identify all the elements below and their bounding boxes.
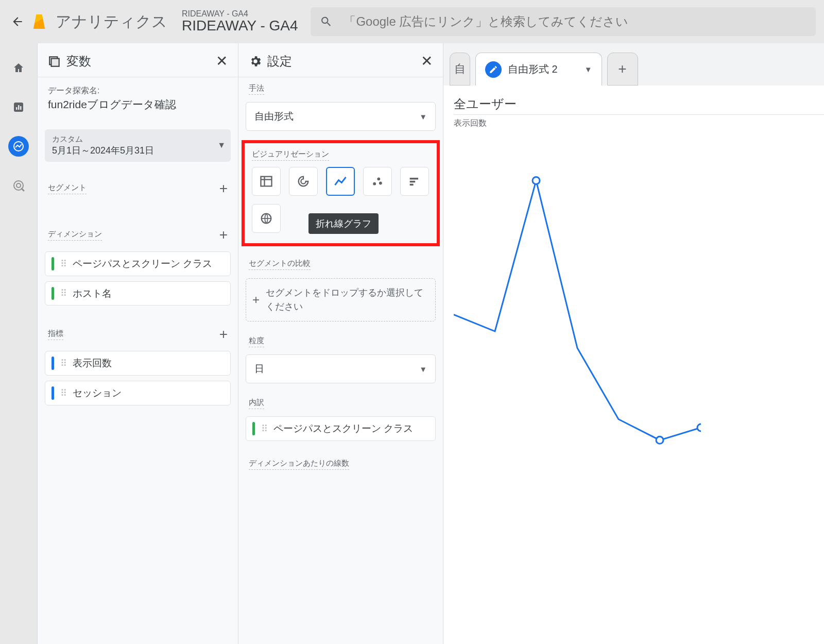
metrics-label: 指標	[48, 329, 63, 340]
back-button[interactable]	[8, 12, 27, 31]
date-range-value: 5月1日～2024年5月31日	[52, 144, 210, 157]
property-line1: RIDEAWAY - GA4	[182, 9, 298, 19]
viz-scatter-button[interactable]	[363, 167, 392, 196]
lines-per-dim-label: ディメンションあたりの線数	[249, 459, 349, 470]
viz-table-button[interactable]	[252, 167, 281, 196]
svg-rect-10	[261, 177, 272, 187]
gear-icon	[249, 55, 262, 68]
grip-icon: ⠿	[261, 427, 267, 431]
metric-chip[interactable]: ⠿ セッション	[45, 381, 231, 405]
date-range-picker[interactable]: カスタム 5月1日～2024年5月31日 ▼	[45, 129, 231, 162]
technique-label: 手法	[249, 83, 264, 95]
exploration-canvas: 自 自由形式 2 ▼ + 全ユーザー 表示回数	[443, 43, 824, 644]
viz-bar-button[interactable]	[400, 167, 429, 196]
visualization-label: ビジュアリゼーション	[252, 149, 329, 161]
chevron-down-icon: ▼	[585, 65, 592, 74]
svg-point-20	[533, 177, 540, 184]
search-bar[interactable]	[311, 7, 816, 36]
technique-value: 自由形式	[254, 110, 294, 123]
dimension-chip[interactable]: ⠿ ページパスとスクリーン クラス	[45, 251, 231, 276]
add-dimension-button[interactable]: +	[219, 227, 228, 243]
svg-line-7	[22, 189, 24, 191]
property-selector[interactable]: RIDEAWAY - GA4 RIDEAWAY - GA4	[182, 9, 298, 34]
chevron-down-icon: ▼	[419, 112, 427, 121]
segment-drop-text: セグメントをドロップするか選択してください	[266, 286, 429, 314]
svg-rect-16	[410, 178, 418, 180]
dimension-color-bar	[252, 422, 255, 435]
svg-rect-2	[18, 105, 20, 110]
granularity-value: 日	[254, 362, 264, 376]
chevron-down-icon: ▼	[419, 365, 427, 374]
exploration-name[interactable]: fun2rideブログデータ確認	[38, 97, 238, 122]
settings-title: 設定	[267, 53, 292, 70]
chart-subtitle: 表示回数	[454, 118, 824, 129]
tab-collapsed[interactable]: 自	[450, 53, 470, 86]
add-segment-button[interactable]: +	[219, 180, 228, 197]
svg-point-15	[379, 182, 382, 185]
svg-point-22	[697, 424, 701, 431]
grip-icon: ⠿	[60, 291, 66, 295]
metric-color-bar	[52, 386, 54, 400]
add-icon: +	[252, 291, 260, 309]
breakdown-value: ページパスとスクリーン クラス	[273, 422, 413, 435]
svg-point-14	[377, 177, 380, 180]
reports-icon[interactable]	[8, 97, 29, 117]
breakdown-chip[interactable]: ⠿ ページパスとスクリーン クラス	[246, 416, 436, 441]
svg-point-13	[373, 182, 376, 185]
viz-line-button[interactable]	[326, 167, 355, 196]
metric-color-bar	[52, 357, 54, 370]
segment-dropzone[interactable]: + セグメントをドロップするか選択してください	[246, 278, 436, 321]
granularity-dropdown[interactable]: 日 ▼	[246, 354, 436, 383]
segment-compare-label: セグメントの比較	[249, 259, 311, 270]
tab-active[interactable]: 自由形式 2 ▼	[475, 53, 602, 86]
add-tab-button[interactable]: +	[607, 53, 638, 86]
dimensions-label: ディメンション	[48, 229, 102, 241]
technique-dropdown[interactable]: 自由形式 ▼	[246, 102, 436, 131]
breakdown-label: 内訳	[249, 398, 264, 409]
svg-point-6	[16, 183, 21, 188]
svg-rect-1	[16, 107, 18, 110]
metric-label: 表示回数	[73, 357, 112, 370]
date-range-custom: カスタム	[52, 134, 210, 144]
metric-label: セッション	[73, 386, 122, 400]
metric-chip[interactable]: ⠿ 表示回数	[45, 351, 231, 376]
left-nav	[0, 43, 37, 644]
svg-rect-17	[410, 181, 416, 183]
viz-tooltip: 折れ線グラフ	[308, 213, 379, 234]
dimension-color-bar	[52, 257, 54, 270]
dimension-color-bar	[52, 287, 54, 300]
search-input[interactable]	[342, 14, 806, 29]
grip-icon: ⠿	[60, 262, 66, 266]
variables-title: 変数	[66, 53, 91, 70]
search-icon	[320, 15, 333, 28]
home-icon[interactable]	[8, 58, 29, 78]
property-line2: RIDEAWAY - GA4	[182, 18, 298, 34]
pencil-icon	[485, 61, 502, 78]
close-variables-button[interactable]: ✕	[216, 53, 228, 70]
advertising-icon[interactable]	[8, 175, 29, 196]
explore-icon[interactable]	[8, 136, 29, 157]
svg-point-21	[656, 436, 663, 444]
settings-panel: 設定 ✕ 手法 自由形式 ▼ ビジュアリゼーション 折れ線グラフ セグメントの比…	[238, 43, 443, 644]
grip-icon: ⠿	[60, 391, 66, 395]
grip-icon: ⠿	[60, 361, 66, 365]
viz-geo-button[interactable]	[252, 204, 281, 233]
granularity-label: 粒度	[249, 336, 264, 347]
visualization-section: ビジュアリゼーション 折れ線グラフ	[242, 140, 440, 246]
variables-panel: 変数 ✕ データ探索名: fun2rideブログデータ確認 カスタム 5月1日～…	[37, 43, 238, 644]
close-settings-button[interactable]: ✕	[421, 53, 433, 70]
chevron-down-icon: ▼	[217, 141, 226, 150]
chart-title: 全ユーザー	[454, 96, 824, 115]
segments-label: セグメント	[48, 183, 87, 194]
viz-donut-button[interactable]	[289, 167, 318, 196]
line-chart	[454, 155, 701, 505]
svg-rect-18	[410, 184, 414, 186]
exploration-name-label: データ探索名:	[38, 77, 238, 97]
analytics-logo-icon	[32, 14, 46, 29]
dimension-label: ページパスとスクリーン クラス	[73, 257, 212, 270]
app-title: アナリティクス	[56, 11, 167, 32]
dimension-chip[interactable]: ⠿ ホスト名	[45, 281, 231, 306]
dimension-label: ホスト名	[73, 287, 112, 300]
add-metric-button[interactable]: +	[219, 326, 228, 343]
tab-label: 自由形式 2	[508, 62, 558, 76]
